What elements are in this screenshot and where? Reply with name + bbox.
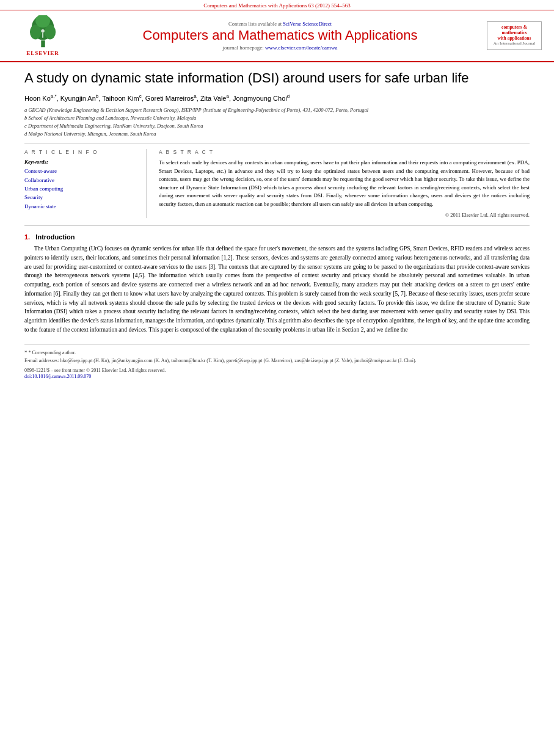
section-divider-1 bbox=[24, 225, 530, 226]
homepage-link[interactable]: www.elsevier.com/locate/camwa bbox=[265, 45, 337, 51]
author-sup-4: a bbox=[194, 93, 196, 99]
logo-right-sub: An International Journal bbox=[490, 41, 539, 46]
introduction-heading: 1. Introduction bbox=[24, 233, 530, 241]
affiliation-c: c Department of Multimedia Engineering, … bbox=[24, 122, 530, 130]
corresponding-author-note: * * Corresponding author. bbox=[24, 348, 530, 357]
footnote-star: * bbox=[24, 349, 27, 355]
logo-right-title: computers &mathematicswith applications bbox=[490, 24, 539, 41]
doi-line: doi:10.1016/j.camwa.2011.09.070 bbox=[24, 374, 530, 379]
journal-homepage: journal homepage: www.elsevier.com/locat… bbox=[79, 45, 481, 51]
article-info-abstract: A R T I C L E I N F O Keywords: Context-… bbox=[24, 144, 530, 218]
abstract-column: A B S T R A C T To select each node by d… bbox=[159, 149, 530, 218]
article-info-column: A R T I C L E I N F O Keywords: Context-… bbox=[24, 149, 147, 218]
email-footnote: E-mail addresses: hko@isep.ipp.pt (H. Ko… bbox=[24, 357, 530, 365]
keyword-dynamic-state[interactable]: Dynamic state bbox=[24, 202, 137, 211]
main-content: A study on dynamic state information (DS… bbox=[0, 62, 554, 391]
journal-title: Computers and Mathematics with Applicati… bbox=[79, 28, 481, 43]
svg-point-2 bbox=[29, 25, 40, 40]
section-number: 1. bbox=[24, 233, 30, 241]
keyword-urban-computing[interactable]: Urban computing bbox=[24, 184, 137, 193]
elsevier-label: ELSEVIER bbox=[26, 50, 59, 56]
affiliation-a: a GECAD (Knowledge Engineering & Decisio… bbox=[24, 106, 530, 114]
footnote-area: * * Corresponding author. E-mail address… bbox=[24, 344, 530, 379]
journal-header: ELSEVIER Contents lists available at Sci… bbox=[0, 10, 554, 62]
keywords-section: Keywords: Context-aware Collaborative Ur… bbox=[24, 159, 137, 211]
keywords-label: Keywords: bbox=[24, 159, 137, 165]
sciverse-line: Contents lists available at SciVerse Sci… bbox=[79, 21, 481, 27]
affiliation-b: b School of Architecture Planning and La… bbox=[24, 114, 530, 122]
issn-line: 0898-1221/$ – see front matter © 2011 El… bbox=[24, 368, 530, 373]
svg-point-5 bbox=[41, 29, 45, 33]
sciverse-link[interactable]: SciVerse ScienceDirect bbox=[283, 21, 332, 27]
section-title: Introduction bbox=[35, 233, 75, 241]
affiliation-d: d Mokpo National University, Miangun, Je… bbox=[24, 130, 530, 138]
keyword-context-aware[interactable]: Context-aware bbox=[24, 167, 137, 175]
author-sup-2: b bbox=[96, 93, 98, 99]
abstract-label: A B S T R A C T bbox=[159, 149, 530, 155]
copyright-line: © 2011 Elsevier Ltd. All rights reserved… bbox=[159, 212, 530, 218]
elsevier-tree-icon bbox=[26, 15, 60, 49]
elsevier-logo-area: ELSEVIER bbox=[12, 15, 73, 56]
abstract-text: To select each node by devices and by co… bbox=[159, 159, 530, 208]
article-info-label: A R T I C L E I N F O bbox=[24, 149, 137, 155]
journal-logo-right: computers &mathematicswith applications … bbox=[487, 21, 542, 49]
journal-center-info: Contents lists available at SciVerse Sci… bbox=[79, 21, 481, 51]
svg-point-3 bbox=[44, 25, 55, 40]
svg-rect-0 bbox=[41, 40, 45, 47]
authors-line: Hoon Koa,*, Kyungjin Anb, Taihoon Kimc, … bbox=[24, 93, 530, 102]
keyword-collaborative[interactable]: Collaborative bbox=[24, 176, 137, 184]
introduction-text: The Urban Computing (UrC) focuses on dyn… bbox=[24, 244, 530, 334]
author-sup-1: a,* bbox=[51, 93, 57, 99]
article-title: A study on dynamic state information (DS… bbox=[24, 70, 530, 87]
keyword-security[interactable]: Security bbox=[24, 193, 137, 202]
author-sup-5: a bbox=[226, 93, 228, 99]
journal-reference: Computers and Mathematics with Applicati… bbox=[0, 0, 554, 10]
logo-right-box: computers &mathematicswith applications … bbox=[487, 21, 542, 49]
elsevier-logo: ELSEVIER bbox=[12, 15, 73, 56]
author-sup-3: c bbox=[139, 93, 142, 99]
affiliations: a GECAD (Knowledge Engineering & Decisio… bbox=[24, 106, 530, 137]
author-sup-6: d bbox=[287, 93, 290, 99]
